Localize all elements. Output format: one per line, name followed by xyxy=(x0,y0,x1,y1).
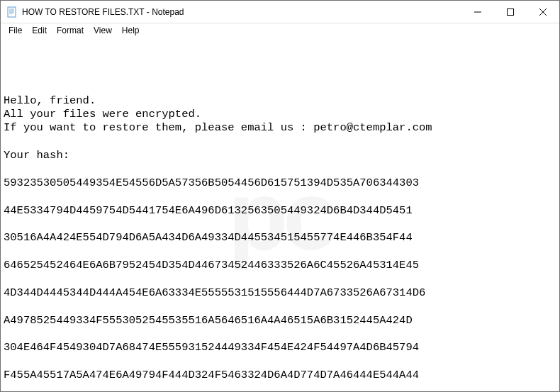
menu-view[interactable]: View xyxy=(89,25,117,36)
hash-line: 646525452464E6A6B7952454D354D44673452446… xyxy=(4,259,556,272)
text-line: Your hash: xyxy=(4,149,69,162)
notepad-window: HOW TO RESTORE FILES.TXT - Notepad File … xyxy=(0,0,560,392)
hash-line: 4D344D4445344D444A454E6A63334E5555531515… xyxy=(4,286,556,300)
notepad-icon xyxy=(6,6,18,18)
text-line: If you want to restore them, please emai… xyxy=(4,121,432,134)
menu-format[interactable]: Format xyxy=(52,25,89,36)
window-controls xyxy=(461,1,559,23)
hash-line: 59323530505449354E54556D5A57356B5054456D… xyxy=(4,177,556,190)
hash-line: 44E5334794D4459754D5441754E6A496D6132563… xyxy=(4,204,556,218)
maximize-button[interactable] xyxy=(494,1,527,23)
text-line: All your files were encrypted. xyxy=(4,108,201,121)
close-button[interactable] xyxy=(527,1,559,23)
hash-line: 30516A4A424E554D794D6A5A434D6A49334D4455… xyxy=(4,231,556,245)
menu-file[interactable]: File xyxy=(4,25,27,36)
menu-edit[interactable]: Edit xyxy=(27,25,52,36)
text-area[interactable]: pc Hello, friend. All your files were en… xyxy=(1,38,559,391)
hash-line: 304E464F4549304D7A68474E555931524449334F… xyxy=(4,341,556,354)
svg-rect-6 xyxy=(508,9,514,16)
menu-help[interactable]: Help xyxy=(117,25,145,36)
text-line: Hello, friend. xyxy=(4,94,96,107)
menubar: File Edit Format View Help xyxy=(1,23,559,38)
hash-line: F455A45517A5A474E6A49794F444D324F5463324… xyxy=(4,369,556,382)
hash-line: A4978525449334F5553052545535516A5646516A… xyxy=(4,314,556,327)
window-title: HOW TO RESTORE FILES.TXT - Notepad xyxy=(22,7,461,17)
titlebar[interactable]: HOW TO RESTORE FILES.TXT - Notepad xyxy=(1,1,559,23)
text-content: Hello, friend. All your files were encry… xyxy=(4,80,556,391)
minimize-button[interactable] xyxy=(461,1,494,23)
